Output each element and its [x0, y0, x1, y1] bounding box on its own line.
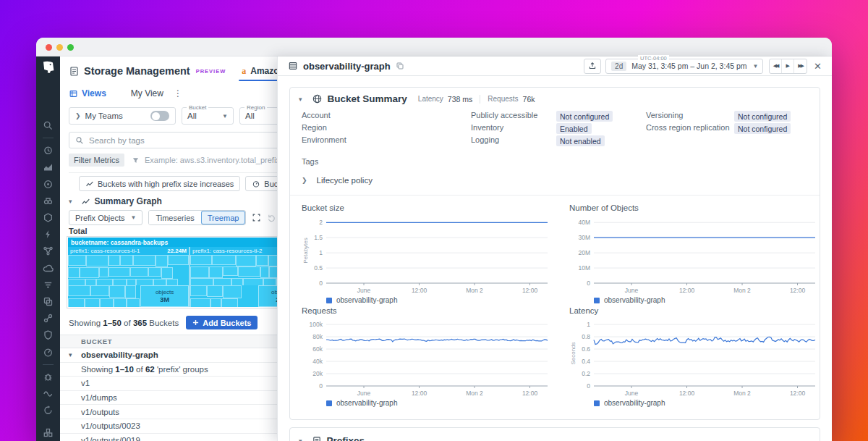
- bucket-detail-panel: observability-graph UTC-04:00 2d May 31,…: [277, 56, 832, 441]
- detail-label: Inventory: [471, 123, 503, 132]
- svg-text:Mon 2: Mon 2: [733, 390, 751, 397]
- organization-icon[interactable]: [43, 427, 54, 438]
- svg-text:20k: 20k: [312, 370, 323, 377]
- requests-chart[interactable]: Requests020k40k60k80k100kJune12:00Mon 21…: [302, 306, 552, 407]
- bucket-size-chart[interactable]: Bucket size00.511.52June12:00Mon 212:00P…: [302, 203, 552, 304]
- views-button[interactable]: Views: [69, 88, 106, 98]
- treemap-bucket[interactable]: bucketname: cassandra-backups 43.03M pre…: [68, 238, 303, 307]
- lifecycle-policy-toggle[interactable]: ❯ Lifecycle policy: [302, 176, 373, 185]
- kebab-menu-icon[interactable]: ⋮: [174, 88, 182, 98]
- security-shield-icon[interactable]: [43, 329, 54, 340]
- search-tags-input[interactable]: Search by tags: [69, 132, 307, 148]
- time-back-button[interactable]: ◀◀: [770, 59, 782, 73]
- filter-metrics-chip[interactable]: Filter Metrics: [69, 154, 124, 167]
- chevron-right-icon: ❯: [302, 177, 307, 184]
- plus-icon: [192, 319, 199, 326]
- rum-wave-icon[interactable]: [43, 388, 54, 399]
- datadog-logo-icon[interactable]: [41, 59, 56, 75]
- amazon-icon: a: [242, 66, 246, 77]
- chart-legend[interactable]: observability-graph: [594, 296, 820, 304]
- prefixes-header[interactable]: ▾ Prefixes: [299, 435, 365, 441]
- security-bug-icon[interactable]: [43, 371, 54, 382]
- svg-text:June: June: [625, 390, 639, 397]
- serverless-icon[interactable]: [43, 229, 54, 240]
- requests-label: Requests: [488, 95, 518, 103]
- chevron-down-icon: ▾: [69, 198, 72, 205]
- table-row[interactable]: v1/outputs: [60, 405, 313, 419]
- svg-text:0.8: 0.8: [582, 333, 590, 340]
- time-play-button[interactable]: ▶: [782, 59, 794, 73]
- metric-select[interactable]: Prefix Objects ▼: [69, 210, 142, 225]
- filter-metrics-bar[interactable]: Filter Metrics Example: aws.s3.inventory…: [69, 154, 307, 173]
- treemap-option[interactable]: Treemap: [201, 211, 246, 224]
- latency-chart[interactable]: Latency00.20.40.60.81June12:00Mon 212:00…: [569, 306, 820, 407]
- timeseries-option[interactable]: Timeseries: [149, 211, 200, 224]
- table-row[interactable]: v1/outputs/0019: [60, 434, 313, 441]
- close-traffic-light[interactable]: [46, 44, 52, 51]
- treemap-objects-cell[interactable]: objects3M: [140, 285, 189, 307]
- metrics-icon[interactable]: [43, 161, 54, 172]
- export-button[interactable]: [584, 59, 601, 74]
- close-panel-button[interactable]: ✕: [814, 61, 822, 72]
- infrastructure-icon[interactable]: [43, 212, 54, 223]
- ci-pipelines-icon[interactable]: [43, 405, 54, 416]
- time-range-picker[interactable]: UTC-04:00 2d May 31, 3:45 pm – Jun 2, 3:…: [605, 59, 763, 74]
- time-forward-button[interactable]: ▶▶: [794, 59, 807, 73]
- svg-text:1: 1: [319, 249, 323, 256]
- table-row[interactable]: v1/outputs/0023: [60, 419, 313, 434]
- treemap-chart[interactable]: bucketname: cassandra-backups 43.03M pre…: [67, 236, 310, 308]
- svg-text:0: 0: [319, 382, 323, 390]
- logs-icon[interactable]: [43, 280, 54, 290]
- maximize-traffic-light[interactable]: [67, 44, 74, 51]
- views-icon: [69, 89, 78, 98]
- document-icon: [69, 66, 80, 77]
- summary-graph-header[interactable]: ▾ Summary Graph: [69, 196, 162, 206]
- number-of-objects-chart[interactable]: Number of Objects010M20M30M40MJune12:00M…: [569, 203, 820, 304]
- dashboards-icon[interactable]: [43, 296, 54, 307]
- buckets-count-text: Showing 1–50 of 365 Buckets: [69, 319, 179, 327]
- table-row-expanded-bucket[interactable]: ▾ observability-graph: [60, 348, 313, 363]
- my-teams-toggle[interactable]: [150, 111, 169, 121]
- table-column-header[interactable]: BUCKET: [60, 335, 313, 348]
- minimize-traffic-light[interactable]: [56, 44, 63, 51]
- add-buckets-button[interactable]: Add Buckets: [186, 316, 258, 329]
- app-window: Storage Management PREVIEW a Amazon S3 G…: [36, 38, 832, 441]
- svg-text:0: 0: [319, 280, 323, 287]
- monitors-gauge-icon[interactable]: [43, 347, 54, 358]
- treemap-region-0[interactable]: prefix1: cass-resources-ti-122.24Mobject…: [68, 247, 189, 307]
- chart-legend[interactable]: observability-graph: [326, 296, 552, 304]
- svg-text:60k: 60k: [312, 345, 323, 353]
- history-icon[interactable]: [43, 145, 54, 156]
- view-name[interactable]: My View: [131, 88, 163, 98]
- time-range-chip: 2d: [611, 62, 626, 71]
- quick-filter-button-0[interactable]: Buckets with high prefix size increases: [79, 176, 240, 191]
- table-row[interactable]: v1: [60, 377, 313, 391]
- expand-icon[interactable]: [252, 213, 261, 222]
- globe-icon: [312, 93, 323, 104]
- table-row[interactable]: v1/dumps: [60, 391, 313, 406]
- chevron-down-icon[interactable]: ▾: [299, 96, 302, 103]
- section-title: Bucket Summary: [328, 93, 407, 104]
- desktop-background: Storage Management PREVIEW a Amazon S3 G…: [0, 0, 868, 441]
- svg-text:12:00: 12:00: [679, 287, 695, 294]
- chart-legend[interactable]: observability-graph: [594, 399, 820, 407]
- network-icon[interactable]: [43, 245, 54, 256]
- bucket-filter-select[interactable]: Bucket All ▼: [182, 107, 234, 125]
- my-teams-filter[interactable]: ❯My Teams: [69, 107, 176, 125]
- sidebar-divider: [43, 138, 54, 138]
- undo-icon[interactable]: [267, 213, 276, 222]
- copy-icon[interactable]: [396, 62, 404, 70]
- cloud-integrations-icon[interactable]: [43, 263, 54, 274]
- chart-legend[interactable]: observability-graph: [326, 399, 552, 407]
- latency-icon: [252, 180, 260, 188]
- svg-text:40M: 40M: [578, 219, 590, 226]
- apm-icon[interactable]: [43, 196, 54, 206]
- search-icon[interactable]: [43, 120, 54, 131]
- service-map-icon[interactable]: [43, 313, 54, 324]
- table-row-subheader: Showing 1–10 of 62 'prefix' groups: [60, 363, 313, 377]
- legend-swatch: [594, 298, 600, 303]
- watchdog-icon[interactable]: [43, 179, 54, 190]
- storage-management-page: Storage Management PREVIEW a Amazon S3 G…: [60, 56, 313, 441]
- status-badge: Not configured: [556, 111, 613, 122]
- preview-badge: PREVIEW: [196, 68, 226, 75]
